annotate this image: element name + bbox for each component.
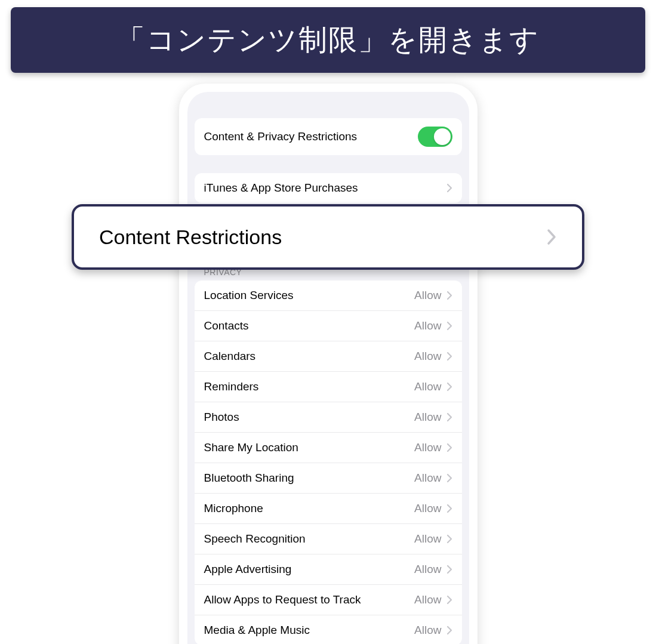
privacy-row[interactable]: Speech RecognitionAllow <box>195 524 462 554</box>
privacy-row-value: Allow <box>414 472 441 485</box>
privacy-row[interactable]: Apple AdvertisingAllow <box>195 554 462 585</box>
privacy-row-label: Share My Location <box>204 441 415 454</box>
itunes-app-store-label: iTunes & App Store Purchases <box>204 181 446 195</box>
privacy-row-label: Photos <box>204 411 415 424</box>
privacy-row-value: Allow <box>414 593 441 606</box>
content-privacy-toggle[interactable] <box>418 127 452 147</box>
privacy-row[interactable]: MicrophoneAllow <box>195 494 462 524</box>
content-restrictions-callout[interactable]: Content Restrictions <box>72 204 584 270</box>
chevron-right-icon <box>446 625 452 635</box>
privacy-row[interactable]: PhotosAllow <box>195 402 462 433</box>
content-restrictions-label: Content Restrictions <box>99 226 546 249</box>
privacy-row-label: Media & Apple Music <box>204 624 415 637</box>
instruction-text: 「コンテンツ制限」を開きます <box>116 21 540 59</box>
privacy-row-label: Reminders <box>204 380 415 393</box>
chevron-right-icon <box>446 534 452 544</box>
privacy-row-label: Location Services <box>204 289 415 302</box>
chevron-right-icon <box>446 183 452 193</box>
privacy-row-label: Apple Advertising <box>204 563 415 576</box>
content-privacy-restrictions-label: Content & Privacy Restrictions <box>204 130 418 143</box>
chevron-right-icon <box>446 565 452 574</box>
privacy-row-value: Allow <box>414 441 441 454</box>
itunes-app-store-row[interactable]: iTunes & App Store Purchases <box>195 173 462 203</box>
privacy-row[interactable]: RemindersAllow <box>195 372 462 402</box>
privacy-row[interactable]: ContactsAllow <box>195 311 462 341</box>
privacy-row-value: Allow <box>414 350 441 363</box>
chevron-right-icon <box>446 473 452 483</box>
phone-frame: Content & Privacy Restrictions iTunes & … <box>179 84 478 644</box>
chevron-right-icon <box>446 504 452 513</box>
privacy-row-label: Contacts <box>204 319 415 332</box>
content-privacy-restrictions-row[interactable]: Content & Privacy Restrictions <box>195 118 462 155</box>
chevron-right-icon <box>446 595 452 605</box>
privacy-row-value: Allow <box>414 411 441 424</box>
privacy-row[interactable]: Share My LocationAllow <box>195 433 462 463</box>
privacy-row[interactable]: Location ServicesAllow <box>195 281 462 311</box>
privacy-row[interactable]: Media & Apple MusicAllow <box>195 615 462 644</box>
chevron-right-icon <box>446 412 452 422</box>
privacy-row-label: Calendars <box>204 350 415 363</box>
privacy-row-label: Microphone <box>204 502 415 515</box>
privacy-row[interactable]: CalendarsAllow <box>195 341 462 372</box>
phone-screen: Content & Privacy Restrictions iTunes & … <box>187 92 469 644</box>
master-toggle-group: Content & Privacy Restrictions <box>195 118 462 155</box>
privacy-group: Location ServicesAllowContactsAllowCalen… <box>195 281 462 644</box>
privacy-row-value: Allow <box>414 624 441 637</box>
store-group: iTunes & App Store Purchases <box>195 173 462 203</box>
chevron-right-icon <box>446 443 452 452</box>
privacy-row-value: Allow <box>414 380 441 393</box>
privacy-row-value: Allow <box>414 563 441 576</box>
privacy-row-label: Bluetooth Sharing <box>204 472 415 485</box>
instruction-banner: 「コンテンツ制限」を開きます <box>11 7 645 73</box>
chevron-right-icon <box>446 291 452 300</box>
chevron-right-icon <box>446 352 452 361</box>
privacy-row-value: Allow <box>414 532 441 546</box>
chevron-right-icon <box>446 321 452 331</box>
privacy-row[interactable]: Bluetooth SharingAllow <box>195 463 462 494</box>
toggle-knob <box>434 128 451 145</box>
privacy-row-label: Allow Apps to Request to Track <box>204 593 415 606</box>
privacy-row-value: Allow <box>414 319 441 332</box>
chevron-right-icon <box>446 382 452 392</box>
privacy-row-value: Allow <box>414 289 441 302</box>
privacy-row[interactable]: Allow Apps to Request to TrackAllow <box>195 585 462 615</box>
privacy-row-label: Speech Recognition <box>204 532 415 546</box>
privacy-row-value: Allow <box>414 502 441 515</box>
chevron-right-icon <box>546 228 557 246</box>
